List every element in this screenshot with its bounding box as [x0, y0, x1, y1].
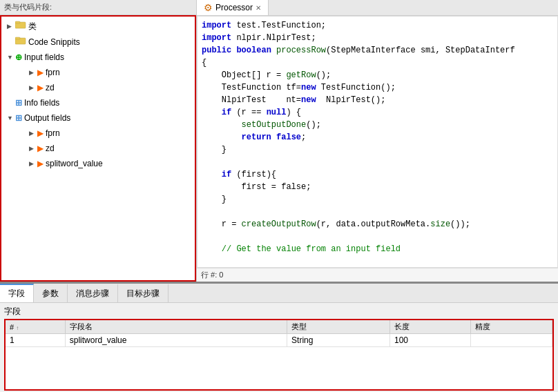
right-panel: ⚙ Processor ✕ import test.TestFunction; …	[197, 0, 558, 282]
fields-table-container: # ↑ 字段名 类型 长度	[4, 319, 554, 391]
bottom-tabs: 字段 参数 消息步骤 目标步骤	[0, 284, 558, 303]
label-zd-in: zd	[46, 81, 55, 94]
tree-item-snippets[interactable]: ▶ Code Snippits	[1, 34, 195, 50]
zd-in-icon: ▶	[37, 81, 44, 94]
tab-msg-steps[interactable]: 消息步骤	[68, 284, 118, 302]
tree-item-output-fields[interactable]: ⊞ Output fields	[1, 110, 195, 126]
fprn-out-icon: ▶	[37, 127, 44, 139]
fields-table: # ↑ 字段名 类型 长度	[6, 320, 552, 347]
label-snippets: Code Snippits	[28, 36, 80, 48]
cell-length: 100	[389, 334, 471, 347]
tab-params[interactable]: 参数	[34, 284, 68, 302]
main-container: 类与代码片段: 类 ▶ Code Snippits	[0, 0, 558, 392]
processor-tab[interactable]: ⚙ Processor ✕	[197, 0, 269, 15]
code-snippets-icon	[15, 35, 26, 48]
col-header-length[interactable]: 长度	[389, 320, 471, 334]
label-fprn-in: fprn	[46, 66, 60, 79]
tab-msg-steps-label: 消息步骤	[76, 288, 109, 298]
label-class: 类	[28, 20, 37, 32]
fprn-in-icon: ▶	[37, 66, 44, 79]
svg-rect-1	[15, 21, 20, 23]
info-fields-icon: ⊞	[15, 97, 22, 109]
table-header-row: # ↑ 字段名 类型 长度	[6, 320, 552, 334]
processor-tab-close[interactable]: ✕	[256, 4, 261, 12]
arrow-output	[7, 112, 14, 124]
cell-name: splitword_value	[65, 334, 287, 347]
folder-icon	[15, 19, 26, 32]
tree-item-class[interactable]: 类	[1, 18, 195, 34]
tree-item-zd-in[interactable]: ▶ zd	[1, 80, 195, 95]
sort-icon-num: ↑	[16, 325, 19, 331]
tree-item-fprn-out[interactable]: ▶ fprn	[1, 126, 195, 141]
cell-precision	[471, 334, 552, 347]
col-header-type[interactable]: 类型	[287, 320, 390, 334]
tab-fields[interactable]: 字段	[0, 284, 34, 302]
label-splitword: splitword_value	[46, 157, 103, 170]
cell-type: String	[287, 334, 390, 347]
fields-section-label: 字段	[4, 304, 554, 319]
col-header-precision[interactable]: 精度	[471, 320, 552, 334]
bottom-section: 字段 参数 消息步骤 目标步骤 字段 #	[0, 282, 558, 392]
col-header-name[interactable]: 字段名	[65, 320, 287, 334]
arrow-class	[7, 20, 14, 32]
processor-tab-label: Processor	[215, 3, 253, 12]
label-fprn-out: fprn	[46, 127, 60, 139]
tab-target-steps-label: 目标步骤	[126, 288, 160, 298]
arrow-input	[7, 51, 14, 63]
cell-num: 1	[6, 334, 65, 347]
code-footer: 行 #: 0	[197, 268, 558, 282]
label-input-fields: Input fields	[24, 51, 64, 63]
zd-out-icon: ▶	[37, 142, 44, 155]
panel-header: 类与代码片段:	[0, 0, 196, 15]
label-info-fields: Info fields	[24, 97, 59, 109]
input-fields-icon: ⊕	[15, 51, 22, 63]
arrow-fprn-in	[29, 66, 36, 79]
label-output-fields: Output fields	[24, 112, 70, 124]
splitword-icon: ▶	[37, 157, 44, 170]
tree-item-input-fields[interactable]: ⊕ Input fields	[1, 50, 195, 65]
tree-container[interactable]: 类 ▶ Code Snippits ⊕ Input fields	[0, 15, 196, 282]
tree-item-zd-out[interactable]: ▶ zd	[1, 141, 195, 156]
processor-tab-icon: ⚙	[204, 2, 213, 13]
code-area[interactable]: import test.TestFunction; import nlpir.N…	[197, 16, 558, 268]
code-tab-bar: ⚙ Processor ✕	[197, 0, 558, 16]
table-row[interactable]: 1 splitword_value String 100	[6, 334, 552, 347]
line-number: 行 #: 0	[201, 271, 223, 279]
tree-item-splitword[interactable]: ▶ splitword_value	[1, 156, 195, 171]
left-panel: 类与代码片段: 类 ▶ Code Snippits	[0, 0, 197, 282]
tree-item-fprn-in[interactable]: ▶ fprn	[1, 65, 195, 80]
col-header-num[interactable]: # ↑	[6, 320, 65, 334]
arrow-zd-out	[29, 142, 36, 155]
tab-params-label: 参数	[42, 288, 59, 298]
top-section: 类与代码片段: 类 ▶ Code Snippits	[0, 0, 558, 282]
tree-item-info-fields[interactable]: ▶ ⊞ Info fields	[1, 95, 195, 110]
bottom-content: 字段 # ↑ 字段名 类型	[0, 303, 558, 392]
panel-header-label: 类与代码片段:	[4, 2, 52, 12]
svg-rect-3	[15, 37, 20, 39]
arrow-fprn-out	[29, 127, 36, 139]
label-zd-out: zd	[46, 142, 55, 155]
tab-fields-label: 字段	[8, 288, 25, 298]
arrow-zd-in	[29, 81, 36, 94]
tab-target-steps[interactable]: 目标步骤	[118, 284, 169, 302]
arrow-splitword	[29, 157, 36, 170]
output-fields-icon: ⊞	[15, 112, 22, 124]
